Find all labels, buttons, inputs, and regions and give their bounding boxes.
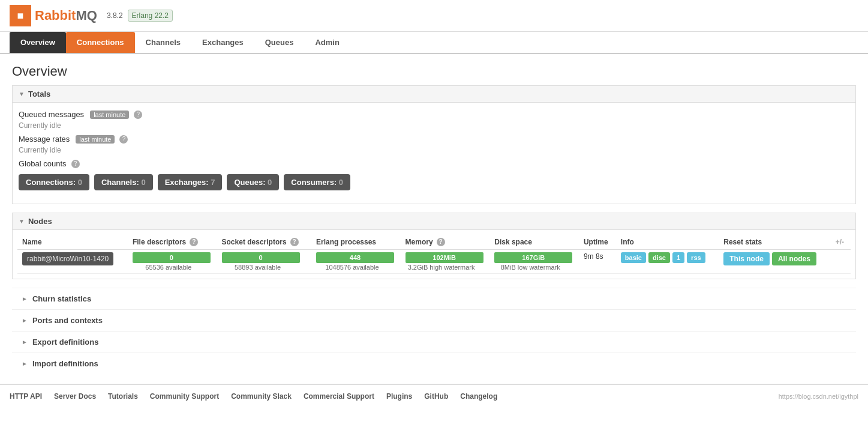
nav-admin[interactable]: Admin bbox=[304, 32, 350, 53]
footer-tutorials[interactable]: Tutorials bbox=[108, 392, 138, 401]
export-definitions-section[interactable]: ► Export definitions bbox=[12, 331, 856, 353]
queues-count: Queues: 0 bbox=[227, 174, 279, 190]
queued-messages-help[interactable]: ? bbox=[134, 111, 142, 119]
totals-section-header[interactable]: ▼ Totals bbox=[13, 86, 855, 103]
import-definitions-section[interactable]: ► Import definitions bbox=[12, 353, 856, 374]
nav-overview[interactable]: Overview bbox=[10, 32, 66, 53]
table-row: rabbit@MicroWin10-1420 0 65536 available… bbox=[17, 250, 851, 274]
col-reset-stats: Reset stats bbox=[719, 235, 831, 250]
col-uptime: Uptime bbox=[579, 235, 616, 250]
logo-text: RabbitMQ bbox=[35, 8, 97, 23]
consumers-count: Consumers: 0 bbox=[284, 174, 350, 190]
churn-arrow: ► bbox=[22, 295, 28, 302]
export-arrow: ► bbox=[22, 339, 28, 345]
erlang-proc-avail: 1048576 available bbox=[316, 264, 388, 271]
info-badge-disc[interactable]: disc bbox=[648, 252, 670, 263]
file-desc-bar: 0 bbox=[133, 252, 211, 263]
footer-community-support[interactable]: Community Support bbox=[150, 392, 219, 401]
counts-row: Connections: 0 Channels: 0 Exchanges: 7 … bbox=[19, 174, 849, 190]
info-cell: basic disc 1 rss bbox=[616, 250, 719, 274]
node-name-cell: rabbit@MicroWin10-1420 bbox=[17, 250, 128, 274]
channels-count: Channels: 0 bbox=[94, 174, 153, 190]
socket-desc-help[interactable]: ? bbox=[290, 238, 299, 246]
nodes-section-header[interactable]: ▼ Nodes bbox=[13, 213, 855, 230]
main-nav: Overview Connections Channels Exchanges … bbox=[0, 32, 868, 54]
nodes-section: ▼ Nodes Name File descriptors ? bbox=[12, 213, 856, 279]
footer-server-docs[interactable]: Server Docs bbox=[54, 392, 96, 401]
app-header: ■ RabbitMQ 3.8.2 Erlang 22.2 bbox=[0, 0, 868, 32]
file-desc-cell: 0 65536 available bbox=[128, 250, 217, 274]
nav-exchanges[interactable]: Exchanges bbox=[191, 32, 254, 53]
totals-section-body: Queued messages last minute ? Currently … bbox=[13, 103, 855, 204]
col-file-desc: File descriptors ? bbox=[128, 235, 217, 250]
col-name: Name bbox=[17, 235, 128, 250]
totals-arrow: ▼ bbox=[19, 91, 25, 97]
connections-count: Connections: 0 bbox=[19, 174, 89, 190]
page-footer: HTTP API Server Docs Tutorials Community… bbox=[0, 384, 868, 408]
totals-label: Totals bbox=[28, 89, 50, 98]
erlang-badge: Erlang 22.2 bbox=[128, 10, 173, 22]
footer-changelog[interactable]: Changelog bbox=[460, 392, 497, 401]
global-counts-label: Global counts bbox=[19, 159, 67, 168]
import-arrow: ► bbox=[22, 360, 28, 367]
last-minute-badge-2[interactable]: last minute bbox=[76, 135, 115, 144]
disk-space-bar: 167GiB bbox=[494, 252, 572, 263]
memory-bar: 102MiB bbox=[406, 252, 483, 263]
churn-statistics-section[interactable]: ► Churn statistics bbox=[12, 288, 856, 309]
info-badge-rss[interactable]: rss bbox=[687, 252, 705, 263]
logo-icon: ■ bbox=[10, 5, 31, 26]
ports-label: Ports and contexts bbox=[32, 316, 103, 325]
export-label: Export definitions bbox=[32, 338, 99, 347]
footer-http-api[interactable]: HTTP API bbox=[10, 392, 42, 401]
socket-desc-avail: 58893 available bbox=[222, 264, 294, 271]
last-minute-badge-1[interactable]: last minute bbox=[90, 111, 129, 119]
logo-mq: MQ bbox=[76, 8, 97, 23]
queued-messages-label: Queued messages bbox=[19, 110, 84, 119]
info-badge-basic[interactable]: basic bbox=[621, 252, 646, 263]
erlang-proc-cell: 448 1048576 available bbox=[311, 250, 401, 274]
message-rates-help[interactable]: ? bbox=[119, 135, 128, 144]
uptime-cell: 9m 8s bbox=[579, 250, 616, 274]
erlang-proc-bar: 448 bbox=[316, 252, 394, 263]
logo: ■ RabbitMQ bbox=[10, 5, 97, 26]
info-badge-num[interactable]: 1 bbox=[672, 252, 684, 263]
footer-community-slack[interactable]: Community Slack bbox=[231, 392, 292, 401]
file-desc-avail: 65536 available bbox=[133, 264, 205, 271]
reset-stats-cell: This node All nodes bbox=[719, 250, 831, 274]
nav-connections[interactable]: Connections bbox=[66, 32, 135, 53]
import-label: Import definitions bbox=[32, 359, 98, 368]
nav-channels[interactable]: Channels bbox=[135, 32, 192, 53]
memory-cell: 102MiB 3.2GiB high watermark bbox=[401, 250, 490, 274]
socket-desc-bar: 0 bbox=[222, 252, 300, 263]
logo-rabbit: Rabbit bbox=[35, 8, 76, 23]
ports-arrow: ► bbox=[22, 317, 28, 324]
col-disk-space: Disk space bbox=[489, 235, 579, 250]
memory-help[interactable]: ? bbox=[437, 238, 445, 246]
message-rates-label: Message rates bbox=[19, 135, 70, 144]
col-info: Info bbox=[616, 235, 719, 250]
footer-url: https://blog.csdn.net/igythpl bbox=[779, 393, 858, 400]
churn-label: Churn statistics bbox=[32, 294, 91, 303]
footer-plugins[interactable]: Plugins bbox=[386, 392, 412, 401]
col-plus-minus[interactable]: +/- bbox=[831, 235, 851, 250]
global-counts-help[interactable]: ? bbox=[71, 160, 80, 168]
version-badge: 3.8.2 bbox=[107, 11, 123, 20]
ports-contexts-section[interactable]: ► Ports and contexts bbox=[12, 309, 856, 331]
exchanges-count: Exchanges: 7 bbox=[158, 174, 223, 190]
totals-section: ▼ Totals Queued messages last minute ? C… bbox=[12, 85, 856, 204]
nodes-section-body: Name File descriptors ? Socket descripto… bbox=[13, 230, 855, 279]
page-content: Overview ▼ Totals Queued messages last m… bbox=[0, 54, 868, 384]
file-desc-help[interactable]: ? bbox=[190, 238, 198, 246]
currently-idle-2: Currently idle bbox=[19, 146, 849, 154]
footer-commercial-support[interactable]: Commercial Support bbox=[304, 392, 374, 401]
this-node-button[interactable]: This node bbox=[723, 252, 770, 265]
nodes-table: Name File descriptors ? Socket descripto… bbox=[17, 235, 851, 274]
footer-github[interactable]: GitHub bbox=[424, 392, 448, 401]
disk-space-cell: 167GiB 8MiB low watermark bbox=[489, 250, 579, 274]
disk-space-sub: 8MiB low watermark bbox=[494, 264, 566, 271]
all-nodes-button[interactable]: All nodes bbox=[772, 252, 816, 265]
nodes-arrow: ▼ bbox=[19, 218, 25, 225]
socket-desc-cell: 0 58893 available bbox=[217, 250, 311, 274]
nav-queues[interactable]: Queues bbox=[254, 32, 305, 53]
nodes-label: Nodes bbox=[28, 217, 52, 226]
